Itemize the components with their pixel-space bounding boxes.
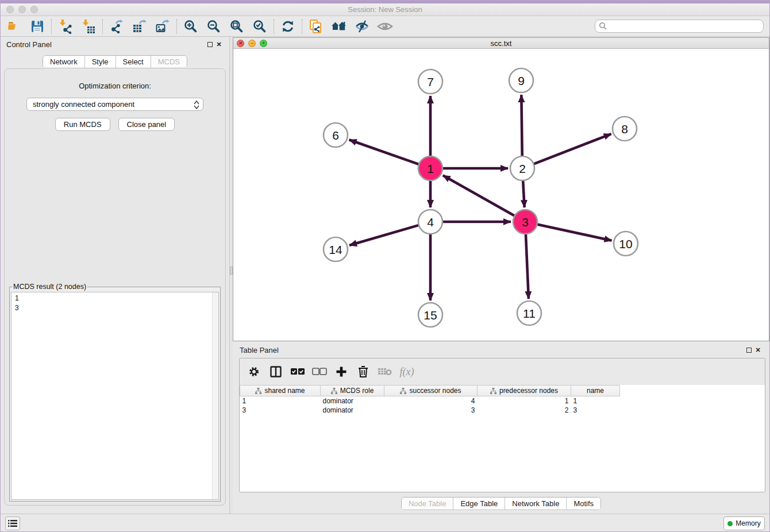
refresh-icon[interactable] [276,17,299,36]
import-table-icon[interactable] [77,17,100,36]
table-cell[interactable]: 2 [478,406,571,415]
export-table-icon[interactable] [128,17,151,36]
float-table-panel-icon[interactable] [744,345,753,354]
mcds-result-list[interactable]: 13 [11,292,219,500]
table-cell[interactable]: 1 [571,396,620,406]
table-cell[interactable]: dominator [321,406,384,415]
window-title: Session: New Session [1,5,769,14]
graph-edge-2-9[interactable] [521,95,522,157]
gear-icon[interactable] [244,362,264,381]
table-row[interactable]: 3dominator323 [240,406,620,415]
graph-node-4[interactable]: 4 [418,210,442,234]
graph-node-15[interactable]: 15 [418,303,442,327]
svg-text:1: 1 [427,162,434,175]
zoom-in-icon[interactable] [179,17,202,36]
graph-edge-4-14[interactable] [349,225,419,245]
float-panel-icon[interactable] [205,40,214,49]
close-panel-button[interactable]: Close panel [118,118,175,131]
run-mcds-button[interactable]: Run MCDS [55,118,110,131]
function-icon[interactable]: f(x) [397,362,417,381]
graph-node-6[interactable]: 6 [324,123,348,147]
column-header-successor-nodes[interactable]: successor nodes [384,385,478,396]
tab-select[interactable]: Select [116,56,151,68]
add-icon[interactable] [332,362,351,381]
network-canvas[interactable]: 1234678910111415 [233,49,769,341]
export-image-icon[interactable] [151,17,174,36]
import-network-icon[interactable] [54,17,77,36]
columns-icon[interactable] [266,362,286,381]
zoom-selected-icon[interactable] [248,17,271,36]
graph-node-10[interactable]: 10 [614,232,638,256]
memory-label: Memory [736,519,760,527]
table-cell[interactable]: 3 [571,406,620,415]
memory-button[interactable]: Memory [723,516,765,530]
table-cell[interactable]: 4 [384,396,478,406]
task-history-icon[interactable] [5,516,20,530]
graph-node-7[interactable]: 7 [418,70,442,94]
export-network-icon[interactable] [105,17,128,36]
home-icon[interactable] [328,17,351,36]
graph-node-2[interactable]: 2 [510,156,534,180]
table-cell[interactable]: 3 [384,406,478,415]
eye-disabled-icon[interactable] [374,17,396,36]
hide-eye-icon[interactable] [351,17,374,36]
graph-node-11[interactable]: 11 [517,301,541,325]
graph-edge-3-1[interactable] [443,175,515,216]
graph-node-8[interactable]: 8 [613,117,637,141]
graph-edge-1-6[interactable] [349,140,420,164]
open-folder-icon[interactable] [3,17,26,36]
optimization-dropdown[interactable]: strongly connected component [26,98,203,111]
result-scrollbar[interactable] [212,292,218,499]
table-panel-body: f(x) shared nameMCDS rolesuccessor nodes… [239,358,765,492]
table-row[interactable]: 1dominator411 [240,396,620,406]
table-cell[interactable]: 1 [478,396,571,406]
graph-edge-2-3[interactable] [523,180,525,207]
app-window: Session: New Session [0,0,770,532]
tab-node-table[interactable]: Node Table [402,498,454,510]
zoom-out-icon[interactable] [202,17,225,36]
column-header-shared-name[interactable]: shared name [240,385,321,396]
toolbar-separator [274,19,274,34]
tab-network[interactable]: Network [43,56,85,68]
table-cell[interactable]: 1 [240,396,321,406]
graph-edge-2-8[interactable] [533,134,611,164]
tree-icon [400,388,406,394]
svg-text:2: 2 [519,162,526,175]
graph-node-14[interactable]: 14 [324,237,348,261]
column-label: MCDS role [340,387,374,395]
tab-style[interactable]: Style [85,56,116,68]
graph-node-3[interactable]: 3 [513,210,537,234]
graph-edge-3-10[interactable] [537,224,612,240]
tab-mcds[interactable]: MCDS [151,56,187,68]
svg-text:6: 6 [332,129,339,142]
delete-table-icon[interactable] [375,362,395,381]
delete-icon[interactable] [353,362,373,381]
column-header-predecessor-nodes[interactable]: predecessor nodes [478,385,571,396]
tab-motifs[interactable]: Motifs [567,498,600,510]
table-panel: Table Panel ✕ [233,342,769,514]
network-view-window: ✕ − + scc.txt 12346789101114 [233,37,769,341]
save-icon[interactable] [26,17,49,36]
close-table-panel-icon[interactable]: ✕ [753,345,763,354]
graph-node-1[interactable]: 1 [418,156,442,180]
graph-node-9[interactable]: 9 [509,68,533,92]
svg-text:7: 7 [427,75,434,88]
node-table: shared nameMCDS rolesuccessor nodesprede… [240,385,765,492]
close-panel-icon[interactable]: ✕ [214,40,224,49]
column-header-name[interactable]: name [571,385,620,396]
deselect-all-icon[interactable] [310,362,329,381]
svg-text:9: 9 [518,74,525,87]
graph-edge-3-11[interactable] [526,233,529,299]
tab-network-table[interactable]: Network Table [505,498,567,510]
table-cell[interactable]: dominator [321,396,384,406]
network-graph[interactable]: 1234678910111415 [233,49,769,338]
search-input[interactable] [595,20,764,33]
tab-edge-table[interactable]: Edge Table [453,498,505,510]
column-header-MCDS-role[interactable]: MCDS role [321,385,384,396]
tree-icon [255,388,261,394]
zoom-fit-icon[interactable] [225,17,248,36]
select-all-icon[interactable] [288,362,307,381]
table-cell[interactable]: 3 [240,406,321,415]
clone-network-icon[interactable] [305,17,328,36]
splitter-grip[interactable] [230,267,233,275]
